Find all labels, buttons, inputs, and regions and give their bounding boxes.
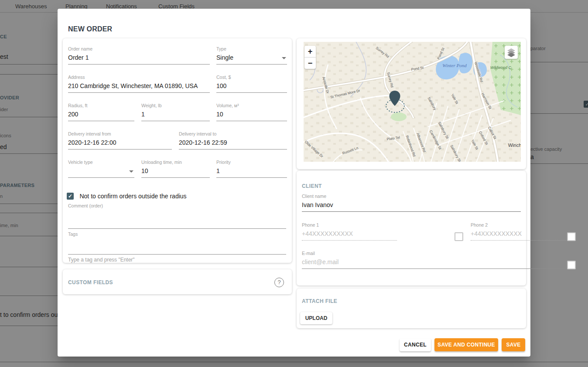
radius-field: Radius, ft (68, 103, 134, 121)
cost-label: Cost, $ (216, 75, 287, 80)
phone1-input[interactable] (302, 229, 397, 241)
save-and-continue-button[interactable]: SAVE AND CONTINUE (434, 338, 498, 351)
radius-input[interactable] (68, 110, 134, 121)
map[interactable]: Surrey Rd Surrey Rd Pond St Pond St Wint… (304, 42, 521, 162)
weight-field: Weight, lb (141, 103, 210, 121)
tags-helper-text: Type a tag and press "Enter" (68, 257, 286, 263)
chevron-down-icon (129, 170, 133, 173)
pond-label: Winter Pond (442, 63, 467, 68)
help-icon[interactable]: ? (274, 278, 284, 287)
client-card: CLIENT Client name Phone 1 Phone 2 E-mai… (297, 171, 526, 285)
interval-to-label: Delivery interval to (179, 131, 287, 136)
screen: Warehouses Planning Notifications Custom… (0, 0, 588, 367)
vehicle-type-label: Vehicle type (68, 160, 134, 165)
priority-field: Priority (216, 160, 287, 178)
save-button[interactable]: SAVE (502, 338, 525, 351)
phone2-field: Phone 2 (471, 222, 566, 241)
email-field: E-mail (302, 251, 566, 269)
order-name-input[interactable] (68, 53, 210, 65)
comment-field: Comment (order) (68, 203, 286, 229)
phone1-field: Phone 1 (302, 222, 397, 241)
unloading-field: Unloading time, min (141, 160, 210, 178)
layers-icon (505, 46, 518, 59)
priority-input[interactable] (216, 167, 287, 178)
volume-label: Volume, м³ (216, 103, 287, 108)
address-label: Address (68, 75, 210, 80)
vehicle-type-select[interactable] (68, 167, 134, 178)
interval-to-field: Delivery interval to (179, 131, 287, 150)
client-name-input[interactable] (302, 200, 521, 212)
cost-field: Cost, $ (216, 75, 287, 93)
map-zoom-out-button[interactable]: − (304, 58, 316, 69)
phone2-label: Phone 2 (471, 222, 566, 228)
radius-label: Radius, ft (68, 103, 134, 108)
unloading-input[interactable] (141, 167, 210, 178)
order-form-card: Order name Type Single Address Cost, $ R… (63, 38, 292, 263)
chevron-down-icon (282, 57, 286, 59)
dialog-title: NEW ORDER (68, 25, 112, 33)
vehicle-type-selected-value (68, 167, 134, 167)
client-title: CLIENT (302, 183, 322, 189)
type-label: Type (216, 46, 287, 51)
interval-to-input[interactable] (179, 138, 287, 150)
interval-from-label: Delivery interval from (68, 131, 172, 136)
client-name-field: Client name (302, 194, 521, 212)
interval-from-input[interactable] (68, 138, 172, 150)
email-checkbox[interactable] (567, 261, 576, 269)
radius-checkbox[interactable]: ✓ (67, 193, 74, 200)
radius-checkbox-row: ✓ Not to confirm orders outside the radi… (67, 192, 285, 200)
priority-label: Priority (216, 160, 287, 165)
custom-fields-card: CUSTOM FIELDS ? (63, 269, 292, 294)
order-name-field: Order name (68, 46, 210, 65)
address-field: Address (68, 75, 210, 93)
cancel-button[interactable]: CANCEL (400, 338, 431, 351)
address-input[interactable] (68, 82, 210, 93)
map-zoom-in-button[interactable]: + (304, 46, 316, 58)
phone2-checkbox[interactable] (567, 232, 576, 241)
interval-from-field: Delivery interval from (68, 131, 172, 150)
email-input[interactable] (302, 258, 566, 269)
volume-field: Volume, м³ (216, 103, 287, 121)
town-label: Winch (508, 143, 521, 148)
unloading-label: Unloading time, min (141, 160, 210, 165)
weight-input[interactable] (141, 110, 210, 121)
vehicle-type-field: Vehicle type (68, 160, 134, 178)
client-name-label: Client name (302, 194, 521, 199)
map-green-patch (391, 112, 407, 121)
radius-checkbox-label: Not to confirm orders outside the radius (79, 193, 186, 200)
tags-field: Tags Type a tag and press "Enter" (68, 231, 286, 263)
type-selected-value: Single (216, 53, 287, 61)
order-name-label: Order name (68, 46, 210, 51)
tags-input[interactable] (68, 238, 286, 255)
type-select[interactable]: Single (216, 53, 287, 65)
phone1-checkbox[interactable] (455, 232, 463, 241)
attach-file-title: ATTACH FILE (302, 298, 337, 304)
volume-input[interactable] (216, 110, 287, 121)
map-layers-button[interactable] (505, 46, 518, 59)
phone1-label: Phone 1 (302, 222, 397, 228)
upload-button[interactable]: UPLOAD (300, 312, 332, 324)
tags-label: Tags (68, 231, 286, 237)
type-field: Type Single (216, 46, 287, 65)
cost-input[interactable] (216, 82, 287, 93)
comment-input[interactable] (68, 210, 286, 229)
weight-label: Weight, lb (141, 103, 210, 108)
park-label: Wildwood C (490, 65, 511, 70)
comment-label: Comment (order) (68, 203, 286, 208)
phone2-input[interactable] (471, 229, 566, 241)
new-order-dialog: NEW ORDER Order name Type Single Address… (58, 9, 530, 357)
custom-fields-title: CUSTOM FIELDS (68, 279, 113, 285)
email-label: E-mail (302, 251, 566, 256)
